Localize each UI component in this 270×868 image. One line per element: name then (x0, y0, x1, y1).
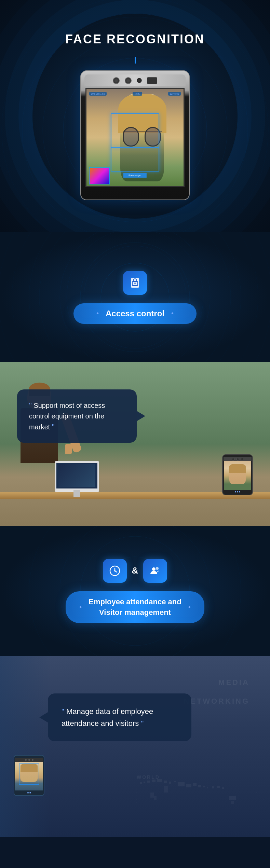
svg-rect-45 (229, 796, 236, 800)
svg-point-9 (0, 232, 270, 362)
ampersand: & (132, 565, 138, 576)
svg-rect-25 (140, 782, 142, 784)
svg-rect-33 (178, 782, 185, 786)
svg-rect-43 (150, 793, 154, 798)
svg-point-49 (136, 796, 137, 796)
svg-point-55 (263, 799, 264, 800)
device-top-strip (15, 758, 43, 762)
access-control-section: • Access control • (0, 232, 270, 362)
world-map-svg: WORLD (133, 769, 270, 837)
svg-point-7 (60, 232, 210, 362)
svg-rect-28 (152, 780, 156, 782)
face-recognition-device: 192.168.1.52 ● 547 12:45:53 Passenger (80, 70, 190, 200)
visitors-icon-container (143, 559, 167, 583)
camera-sensor (137, 78, 142, 83)
quote-close: " (52, 423, 55, 431)
svg-point-21 (114, 570, 116, 571)
svg-point-23 (156, 567, 159, 570)
attendance-icons-row: & (103, 559, 167, 583)
svg-rect-27 (147, 781, 150, 783)
svg-rect-42 (164, 786, 168, 793)
attendance-label: Employee attendance andVisitor managemen… (89, 597, 181, 618)
clock-icon (109, 565, 121, 577)
svg-rect-35 (193, 783, 197, 786)
hud-count: ● 547 (133, 92, 142, 96)
bg-overlay-text: MEDIA NETWORKING (184, 673, 249, 711)
svg-point-47 (136, 789, 137, 789)
device-dot-3 (32, 759, 33, 761)
detected-name-bar: Passenger (123, 173, 147, 178)
monitor-content (58, 464, 95, 487)
small-screen-face (224, 461, 251, 490)
svg-point-51 (136, 802, 137, 803)
monitor-stand (73, 490, 80, 497)
svg-point-12 (134, 283, 136, 284)
device-body: 192.168.1.52 ● 547 12:45:53 Passenger (80, 70, 190, 200)
camera-lens-2 (125, 77, 132, 84)
svg-point-48 (136, 792, 137, 793)
small-device-screen (224, 461, 251, 490)
access-control-label: Access control (106, 309, 164, 318)
person-silhouette-left (0, 656, 51, 837)
small-hair (229, 464, 246, 472)
svg-point-22 (152, 567, 156, 571)
svg-rect-34 (186, 784, 191, 787)
svg-rect-39 (212, 786, 214, 788)
manage-section: MEDIA NETWORKING WORLD (0, 656, 270, 837)
bg-text-networking: NETWORKING (184, 692, 249, 711)
access-control-icon (123, 271, 147, 295)
clock-icon-container (103, 559, 127, 583)
svg-rect-30 (164, 781, 167, 783)
access-detail-section: " Support most of access control equipme… (0, 362, 270, 526)
scan-line (111, 147, 159, 148)
monitor-screen (56, 463, 97, 488)
manage-face-bg (15, 762, 43, 790)
device-top-bar (84, 74, 186, 86)
hud-ip: 192.168.1.52 (89, 92, 107, 96)
ir-sensor (147, 77, 157, 84)
person-hand (65, 444, 72, 454)
manage-face-box (19, 763, 39, 785)
small-face-device-manage: ■ ■ (14, 755, 44, 796)
dot-left: • (96, 309, 99, 317)
access-detail-text: " Support most of access control equipme… (29, 400, 125, 432)
svg-rect-38 (207, 787, 208, 788)
attendance-badge-inner: • Employee attendance andVisitor managem… (79, 597, 190, 618)
screen-content: 192.168.1.52 ● 547 12:45:53 Passenger (86, 89, 184, 186)
lock-document-icon (129, 277, 141, 289)
attendance-dot-right: • (188, 603, 191, 611)
manage-quote-open: " (62, 707, 64, 716)
svg-rect-32 (174, 781, 176, 782)
quote-open: " (29, 401, 32, 410)
small-device-top (224, 457, 252, 461)
small-cam-1 (232, 458, 234, 460)
small-cam-3 (241, 458, 243, 460)
small-device-screen-manage (15, 762, 43, 790)
world-map: WORLD (133, 769, 270, 837)
svg-rect-40 (217, 786, 220, 788)
manage-speech-bubble: " Manage data of employee attendance and… (48, 693, 191, 741)
manage-device-label: ■ ■ (27, 791, 31, 794)
svg-point-50 (136, 799, 137, 800)
hero-section: FACE RECOGNITION (0, 0, 270, 232)
device-dot-1 (25, 759, 27, 761)
attendance-dot-left: • (79, 603, 82, 611)
thermal-overlay (89, 167, 110, 184)
small-cam-2 (237, 458, 239, 460)
manage-text-body: Manage data of employee attendance and v… (62, 707, 153, 728)
svg-rect-41 (222, 787, 224, 789)
device-screen: 192.168.1.52 ● 547 12:45:53 Passenger (85, 88, 185, 187)
manage-quote-close: " (141, 719, 144, 728)
face-detection-box (111, 113, 159, 171)
svg-rect-37 (203, 786, 205, 787)
small-face-device-right: ■ ■ ■ (222, 454, 253, 495)
small-device-label: ■ ■ ■ (235, 491, 241, 493)
svg-rect-44 (154, 796, 157, 800)
access-speech-bubble: " Support most of access control equipme… (17, 389, 137, 443)
screen-hud: 192.168.1.52 ● 547 12:45:53 (89, 92, 181, 96)
svg-point-53 (256, 792, 257, 793)
svg-rect-29 (157, 779, 162, 782)
attendance-badge: • Employee attendance andVisitor managem… (66, 591, 204, 623)
visitors-icon (149, 565, 161, 577)
svg-rect-26 (144, 782, 145, 783)
